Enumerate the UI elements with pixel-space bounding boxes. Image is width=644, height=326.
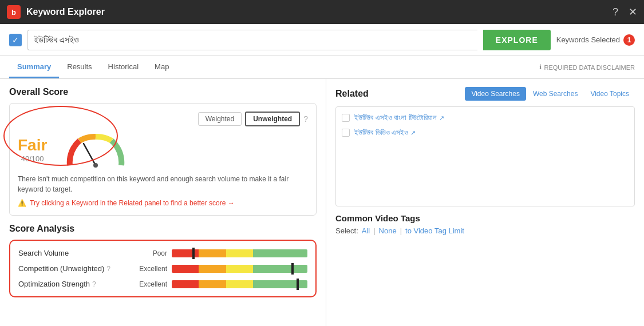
weighted-button[interactable]: Weighted bbox=[198, 112, 242, 126]
analysis-row-search-volume: Search Volume Poor bbox=[18, 249, 307, 257]
select-label: Select: bbox=[335, 226, 358, 235]
left-panel: Overall Score Weighted Unweighted ? Fair… bbox=[0, 79, 326, 326]
competition-quality: Excellent bbox=[133, 265, 167, 273]
related-title: Related bbox=[335, 89, 369, 99]
warning-icon: ⚠️ bbox=[18, 199, 26, 207]
sep-2: | bbox=[400, 226, 402, 235]
related-checkbox-1[interactable] bbox=[342, 129, 350, 137]
optimization-track bbox=[172, 280, 307, 288]
info-icon: ℹ bbox=[539, 63, 542, 71]
external-link-icon-0: ↗ bbox=[439, 114, 444, 122]
search-volume-track bbox=[172, 249, 307, 257]
tab-results[interactable]: Results bbox=[59, 57, 100, 78]
help-icon[interactable]: ? bbox=[613, 6, 618, 18]
tab-summary[interactable]: Summary bbox=[9, 57, 59, 78]
main-content: Overall Score Weighted Unweighted ? Fair… bbox=[0, 79, 644, 326]
related-checkbox-0[interactable] bbox=[342, 114, 350, 122]
right-panel: Related Video Searches Web Searches Vide… bbox=[326, 79, 644, 326]
cvt-row: Select: All | None | to Video Tag Limit bbox=[335, 226, 635, 235]
keywords-count-badge: 1 bbox=[623, 34, 635, 46]
optimization-quality: Excellent bbox=[133, 280, 167, 288]
keyword-checkbox[interactable]: ✓ bbox=[9, 34, 22, 46]
tabs-row: Summary Results Historical Map ℹ REQUIRE… bbox=[0, 56, 644, 79]
rel-tab-web-searches[interactable]: Web Searches bbox=[527, 87, 584, 101]
title-bar-left: b Keyword Explorer bbox=[7, 5, 105, 19]
competition-help-icon[interactable]: ? bbox=[106, 265, 110, 273]
score-gauge bbox=[64, 131, 127, 168]
title-bar: b Keyword Explorer ? ✕ bbox=[0, 0, 644, 24]
check-mark: ✓ bbox=[12, 35, 19, 45]
related-item-1: ইউটিউব ভিডিও এসইও ↗ bbox=[336, 125, 634, 140]
tab-historical[interactable]: Historical bbox=[100, 57, 147, 78]
unweighted-button[interactable]: Unweighted bbox=[245, 112, 300, 126]
analysis-row-competition: Competition (Unweighted) ? Excellent bbox=[18, 264, 307, 273]
svg-point-1 bbox=[93, 163, 98, 168]
tabs-left: Summary Results Historical Map bbox=[9, 57, 177, 78]
sep-1: | bbox=[373, 226, 375, 235]
app-logo: b bbox=[7, 5, 21, 19]
explore-button[interactable]: EXPLORE bbox=[483, 30, 551, 50]
to-video-tag-limit-link[interactable]: to Video Tag Limit bbox=[405, 226, 464, 235]
optimization-bar: Excellent bbox=[133, 280, 307, 288]
optimization-help-icon[interactable]: ? bbox=[92, 280, 96, 288]
title-bar-right: ? ✕ bbox=[613, 6, 637, 18]
competition-marker bbox=[291, 263, 294, 275]
analysis-row-optimization: Optimization Strength ? Excellent bbox=[18, 280, 307, 288]
svg-line-0 bbox=[84, 144, 96, 165]
overall-score-title: Overall Score bbox=[9, 87, 317, 97]
keywords-selected-label: Keywords Selected bbox=[556, 35, 620, 44]
related-header: Related Video Searches Web Searches Vide… bbox=[335, 87, 635, 101]
common-video-tags-title: Common Video Tags bbox=[335, 213, 635, 223]
external-link-icon-1: ↗ bbox=[410, 129, 416, 137]
search-bar-area: ✓ EXPLORE Keywords Selected 1 bbox=[0, 24, 644, 56]
score-description: There isn't much competition on this key… bbox=[18, 174, 308, 194]
overall-score-section: Weighted Unweighted ? Fair 40/100 bbox=[9, 103, 317, 216]
search-volume-marker bbox=[192, 248, 195, 259]
search-volume-label: Search Volume bbox=[18, 249, 133, 257]
search-volume-quality: Poor bbox=[133, 249, 167, 257]
select-none-link[interactable]: None bbox=[379, 226, 397, 235]
keywords-selected: Keywords Selected 1 bbox=[556, 34, 635, 46]
optimization-marker bbox=[297, 279, 299, 290]
related-item-0: ইউটিউব এসইও বাংলা টিউটোরিয়াল ↗ bbox=[336, 110, 634, 125]
overall-score-box: Weighted Unweighted ? Fair 40/100 bbox=[9, 103, 317, 216]
competition-bar: Excellent bbox=[133, 265, 307, 273]
search-volume-bar: Poor bbox=[133, 249, 307, 257]
fair-score: Fair 40/100 bbox=[18, 136, 47, 163]
select-all-link[interactable]: All bbox=[362, 226, 370, 235]
related-link-0[interactable]: ইউটিউব এসইও বাংলা টিউটোরিয়াল ↗ bbox=[354, 113, 444, 122]
rel-tab-video-searches[interactable]: Video Searches bbox=[465, 87, 526, 101]
disclaimer: ℹ REQUIRED DATA DISCLAIMER bbox=[539, 63, 635, 71]
related-list: ইউটিউব এসইও বাংলা টিউটোরিয়াল ↗ ইউটিউব ভ… bbox=[335, 106, 635, 206]
search-input[interactable] bbox=[27, 30, 477, 50]
common-video-tags-section: Common Video Tags Select: All | None | t… bbox=[335, 213, 635, 235]
score-number: 40/100 bbox=[18, 154, 47, 163]
tip-text[interactable]: Try clicking a Keyword in the Related pa… bbox=[30, 199, 235, 207]
score-help-icon[interactable]: ? bbox=[303, 114, 308, 124]
app-title: Keyword Explorer bbox=[26, 7, 105, 17]
optimization-label: Optimization Strength ? bbox=[18, 280, 133, 288]
fair-label: Fair bbox=[18, 136, 47, 154]
close-icon[interactable]: ✕ bbox=[629, 6, 637, 18]
competition-track bbox=[172, 265, 307, 273]
score-analysis-box: Search Volume Poor Competition (Unw bbox=[9, 240, 317, 297]
related-link-1[interactable]: ইউটিউব ভিডিও এসইও ↗ bbox=[354, 128, 416, 137]
tip-row: ⚠️ Try clicking a Keyword in the Related… bbox=[18, 199, 308, 207]
score-display: Fair 40/100 bbox=[18, 131, 308, 168]
related-tabs: Video Searches Web Searches Video Topics bbox=[465, 87, 635, 101]
score-analysis-title: Score Analysis bbox=[9, 224, 317, 234]
tab-map[interactable]: Map bbox=[147, 57, 177, 78]
competition-label: Competition (Unweighted) ? bbox=[18, 264, 133, 273]
rel-tab-video-topics[interactable]: Video Topics bbox=[584, 87, 635, 101]
